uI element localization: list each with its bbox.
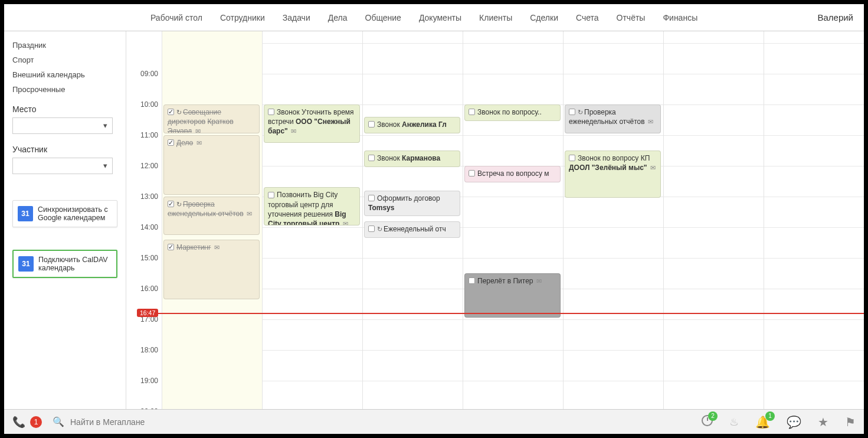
nav-item[interactable]: Общение (365, 13, 401, 22)
event-checkbox[interactable] (569, 109, 575, 115)
mail-icon: ✉ (195, 127, 201, 133)
repeat-icon: ↻ (176, 200, 182, 209)
calendar-event[interactable]: Дело ✉ (163, 135, 260, 195)
calendar-event[interactable]: Оформить договор Tomsys (364, 191, 460, 217)
place-select[interactable] (12, 117, 113, 134)
calendar-event[interactable]: Маркетинг ✉ (163, 240, 260, 299)
day-column[interactable]: ↻Совещание директоров Кратков Эдуард ✉Де… (162, 31, 262, 409)
day-column[interactable]: Звонок Анжелика ГлЗвонок КармановаОформи… (362, 31, 463, 409)
flame-icon[interactable]: ♨ (729, 416, 739, 429)
time-label: 11:00 (140, 131, 158, 139)
mail-icon: ✉ (536, 277, 542, 286)
nav-item[interactable]: Документы (419, 13, 461, 22)
sidebar-filter[interactable]: Внешний календарь (12, 70, 117, 79)
calendar-event[interactable]: Встреча по вопросу м (464, 166, 561, 182)
time-label: 10:00 (140, 100, 158, 109)
event-checkbox[interactable] (268, 192, 274, 198)
calendar-event[interactable]: Перелёт в Питер ✉ (464, 273, 561, 318)
calendar-event[interactable]: Звонок по вопросу.. (464, 104, 561, 121)
search-input[interactable] (70, 417, 536, 427)
google-sync-button[interactable]: 31 Синхронизировать с Google календарем (12, 200, 117, 227)
calendar-icon: 31 (18, 206, 33, 221)
event-title: Звонок по вопросу КП (578, 154, 650, 162)
nav-item[interactable]: Клиенты (479, 13, 512, 22)
event-checkbox[interactable] (168, 201, 174, 207)
top-nav: Рабочий стол Сотрудники Задачи Дела Обще… (4, 4, 864, 31)
bell-button[interactable]: 🔔 1 (755, 415, 770, 429)
nav-item[interactable]: Счета (576, 13, 599, 22)
event-extra: Карманова (402, 154, 440, 162)
event-checkbox[interactable] (268, 109, 274, 115)
event-checkbox[interactable] (368, 195, 375, 201)
event-extra: Анжелика Гл (402, 120, 447, 129)
search-box[interactable]: 🔍 (53, 416, 536, 427)
day-column[interactable]: Звонок Уточнить время встречи ООО "Снежн… (262, 31, 362, 409)
nav-item[interactable]: Рабочий стол (150, 13, 202, 22)
day-column[interactable] (764, 31, 864, 409)
event-checkbox[interactable] (168, 139, 174, 146)
chat-icon[interactable]: 💬 (787, 415, 801, 429)
calendar-event[interactable]: Звонок Анжелика Гл (364, 117, 460, 133)
event-title: Маркетинг (176, 243, 211, 251)
now-line: 16:47 (139, 313, 864, 314)
sidebar-filter[interactable]: Праздник (12, 41, 117, 50)
mail-icon: ✉ (196, 139, 202, 148)
sidebar-filter[interactable]: Спорт (12, 55, 117, 64)
bell-badge: 1 (765, 411, 775, 421)
time-label: 20:00 (140, 407, 158, 409)
day-column[interactable]: Звонок по вопросу..Встреча по вопросу мП… (463, 31, 563, 409)
event-checkbox[interactable] (368, 225, 375, 232)
nav-item[interactable]: Финансы (663, 13, 697, 22)
event-checkbox[interactable] (469, 277, 475, 284)
calendar-event[interactable]: Звонок Уточнить время встречи ООО "Снежн… (264, 104, 360, 143)
event-checkbox[interactable] (569, 155, 575, 161)
nav-item[interactable]: Отчёты (617, 13, 646, 22)
event-checkbox[interactable] (469, 170, 475, 176)
event-checkbox[interactable] (469, 109, 475, 115)
event-checkbox[interactable] (168, 244, 174, 250)
user-name[interactable]: Валерий (817, 12, 853, 22)
event-checkbox[interactable] (368, 155, 375, 161)
repeat-icon: ↻ (578, 108, 583, 117)
sidebar-filter[interactable]: Просроченные (12, 85, 117, 94)
time-label: 15:00 (140, 254, 158, 262)
star-icon[interactable]: ★ (818, 415, 828, 429)
calendar-event[interactable]: ↻Проверка еженедельных отчётов ✉ (163, 197, 260, 235)
time-label: 09:00 (140, 70, 158, 78)
nav-item[interactable]: Сотрудники (220, 13, 265, 22)
calendar-area[interactable]: 09:0010:0011:0012:0013:0014:0015:0016:00… (126, 31, 864, 409)
sidebar: Праздник Спорт Внешний календарь Просроч… (4, 31, 126, 409)
time-label: 13:00 (140, 192, 158, 201)
mail-icon: ✉ (247, 210, 252, 218)
event-extra: Tomsys (368, 204, 394, 212)
event-title: Звонок по вопросу.. (477, 108, 542, 116)
time-label: 12:00 (140, 162, 158, 170)
feedback-icon[interactable]: ⚑ (845, 415, 856, 429)
caldav-connect-button[interactable]: 31 Подключить CalDAV календарь (12, 250, 117, 278)
day-column[interactable] (663, 31, 764, 409)
nav-item[interactable]: Задачи (283, 13, 310, 22)
caldav-label: Подключить CalDAV календарь (38, 256, 112, 272)
phone-icon[interactable]: 📞 (12, 416, 25, 429)
clock-button[interactable]: 2 (702, 415, 713, 429)
nav-item[interactable]: Дела (328, 13, 348, 22)
participant-label: Участник (12, 145, 117, 154)
mail-icon: ✉ (343, 220, 348, 225)
calendar-event[interactable]: ↻Проверка еженедельных отчётов ✉ (565, 104, 661, 133)
day-column[interactable]: ↻Проверка еженедельных отчётов ✉Звонок п… (563, 31, 663, 409)
event-checkbox[interactable] (168, 109, 174, 115)
now-time-badge: 16:47 (137, 309, 158, 317)
calendar-event[interactable]: ↻Совещание директоров Кратков Эдуард ✉ (163, 104, 260, 133)
calendar-event[interactable]: Позвонить Big City торговый центр для ут… (264, 187, 360, 225)
event-checkbox[interactable] (368, 121, 375, 128)
mail-icon: ✉ (648, 117, 653, 126)
event-title: Оформить договор (377, 194, 440, 202)
participant-select[interactable] (12, 158, 113, 174)
event-title: Звонок (377, 154, 400, 162)
phone-badge[interactable]: 1 (30, 416, 42, 428)
calendar-event[interactable]: Звонок Карманова (364, 151, 460, 167)
calendar-event[interactable]: Звонок по вопросу КП ДООЛ "Зелёный мыс" … (565, 151, 661, 198)
nav-item[interactable]: Сделки (530, 13, 558, 22)
calendar-event[interactable]: ↻Еженедельный отч (364, 221, 460, 238)
nav-menu: Рабочий стол Сотрудники Задачи Дела Обще… (150, 13, 697, 22)
